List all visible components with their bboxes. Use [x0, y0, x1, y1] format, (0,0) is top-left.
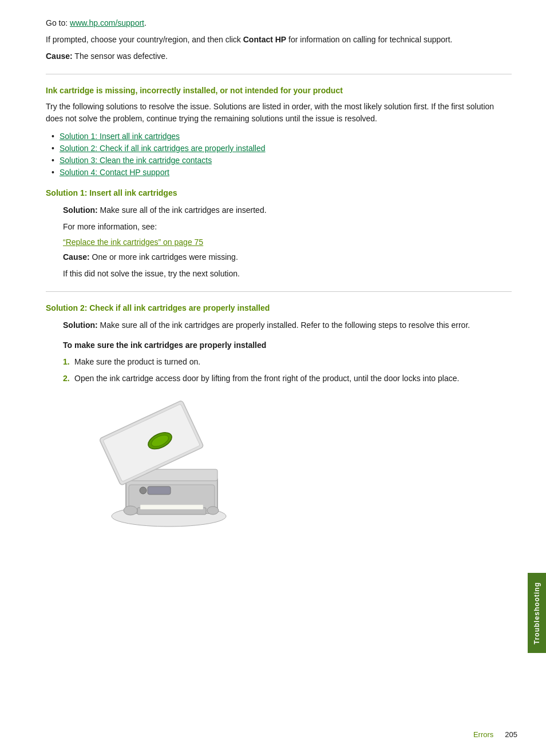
solution4-link[interactable]: Solution 4: Contact HP support	[60, 168, 169, 177]
solution1-for-more: For more information, see:	[63, 221, 512, 233]
svg-rect-10	[148, 486, 171, 494]
intro-cause-text: The sensor was defective.	[73, 52, 168, 61]
svg-point-12	[207, 506, 219, 514]
solution2-solution-line: Solution: Make sure all of the ink cartr…	[63, 319, 512, 331]
step1-text: Make sure the product is turned on.	[74, 357, 200, 366]
right-tab: Troubleshooting	[528, 573, 546, 653]
solution1-solution-line: Solution: Make sure all of the ink cartr…	[63, 204, 512, 216]
contact-paragraph-before: If prompted, choose your country/region,…	[46, 35, 243, 44]
goto-link[interactable]: www.hp.com/support	[70, 18, 144, 27]
solution2-steps: 1. Make sure the product is turned on. 2…	[63, 356, 512, 385]
contact-paragraph: If prompted, choose your country/region,…	[46, 34, 512, 46]
solution1-block: Solution 1: Insert all ink cartridges So…	[46, 188, 512, 280]
solution2-label: Solution:	[63, 320, 98, 330]
svg-point-9	[140, 487, 147, 494]
contact-paragraph-after: for information on calling for technical…	[286, 35, 452, 44]
main-content: Go to: www.hp.com/support. If prompted, …	[46, 0, 512, 573]
solution1-cause-text: One or more ink cartridges were missing.	[90, 252, 238, 262]
solution2-heading: Solution 2: Check if all ink cartridges …	[46, 303, 512, 312]
goto-label: Go to:	[46, 18, 70, 27]
page-footer: Errors 205	[473, 730, 517, 739]
solution3-link[interactable]: Solution 3: Clean the ink cartridge cont…	[60, 156, 212, 165]
solution1-heading: Solution 1: Insert all ink cartridges	[46, 188, 512, 197]
divider-middle	[46, 291, 512, 292]
step2-text: Open the ink cartridge access door by li…	[74, 374, 459, 383]
ink-section-heading: Ink cartridge is missing, incorrectly in…	[46, 86, 512, 95]
solution1-body: Solution: Make sure all of the ink cartr…	[63, 204, 512, 280]
solution1-page-ref[interactable]: “Replace the ink cartridges” on page 75	[63, 238, 512, 247]
solution1-link[interactable]: Solution 1: Insert all ink cartridges	[60, 132, 180, 141]
ink-section: Ink cartridge is missing, incorrectly in…	[46, 86, 512, 177]
divider-top	[46, 74, 512, 74]
printer-illustration	[80, 396, 240, 533]
footer-page-number: 205	[505, 730, 517, 739]
ink-section-intro: Try the following solutions to resolve t…	[46, 101, 512, 125]
contact-hp-bold: Contact HP	[243, 35, 286, 44]
solution2-subsection-heading: To make sure the ink cartridges are prop…	[63, 339, 512, 351]
step1-num: 1.	[63, 356, 70, 368]
solution2-body: Solution: Make sure all of the ink cartr…	[63, 319, 512, 533]
list-item: Solution 3: Clean the ink cartridge cont…	[52, 156, 512, 165]
svg-rect-13	[140, 505, 203, 509]
intro-cause-line: Cause: The sensor was defective.	[46, 50, 512, 62]
footer-errors-label: Errors	[473, 730, 493, 739]
goto-paragraph: Go to: www.hp.com/support.	[46, 17, 512, 29]
solution2-block: Solution 2: Check if all ink cartridges …	[46, 303, 512, 533]
right-tab-label: Troubleshooting	[533, 582, 541, 644]
solution1-next: If this did not solve the issue, try the…	[63, 268, 512, 280]
list-item: 2. Open the ink cartridge access door by…	[63, 373, 512, 385]
solution2-link[interactable]: Solution 2: Check if all ink cartridges …	[60, 144, 266, 153]
intro-section: Go to: www.hp.com/support. If prompted, …	[46, 17, 512, 62]
printer-image-container	[80, 396, 240, 533]
svg-point-11	[124, 506, 137, 515]
solution1-label: Solution:	[63, 205, 98, 215]
list-item: Solution 2: Check if all ink cartridges …	[52, 144, 512, 153]
list-item: Solution 4: Contact HP support	[52, 168, 512, 177]
page-container: Go to: www.hp.com/support. If prompted, …	[0, 0, 546, 756]
step2-num: 2.	[63, 373, 70, 385]
goto-period: .	[144, 18, 147, 27]
list-item: Solution 1: Insert all ink cartridges	[52, 132, 512, 141]
solution1-cause-line: Cause: One or more ink cartridges were m…	[63, 251, 512, 263]
solution1-text: Make sure all of the ink cartridges are …	[98, 205, 267, 215]
solution1-cause-label: Cause:	[63, 252, 90, 262]
solutions-list: Solution 1: Insert all ink cartridges So…	[52, 132, 512, 177]
list-item: 1. Make sure the product is turned on.	[63, 356, 512, 368]
solution2-text: Make sure all of the ink cartridges are …	[98, 320, 470, 330]
intro-cause-label: Cause:	[46, 52, 73, 61]
